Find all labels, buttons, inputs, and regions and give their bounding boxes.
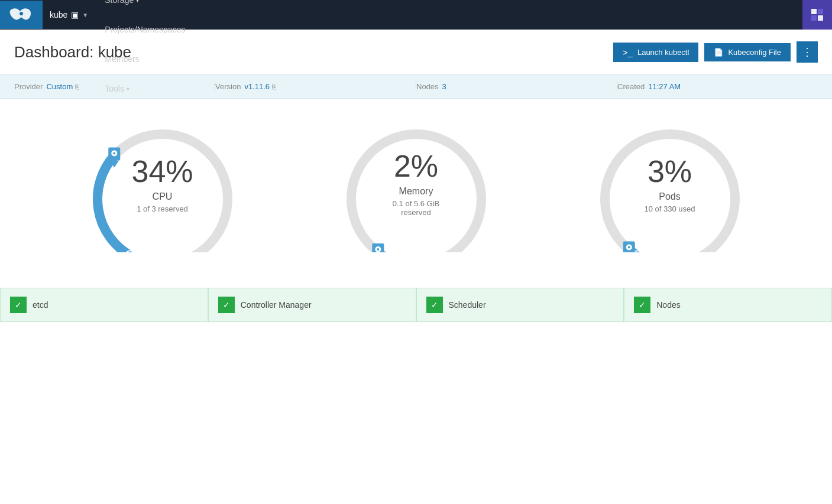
rancher-logo-icon xyxy=(7,5,35,24)
status-bar: ✓ etcd ✓ Controller Manager ✓ Scheduler … xyxy=(0,288,832,322)
nav-right xyxy=(802,0,832,30)
check-icon-controller-manager: ✓ xyxy=(218,297,235,313)
grid-icon[interactable] xyxy=(802,0,832,30)
nodes-info: Nodes 3 xyxy=(416,82,617,91)
gauge-label-cpu: CPU xyxy=(131,191,193,202)
created-value: 11:27 AM xyxy=(648,82,681,91)
check-icon-scheduler: ✓ xyxy=(426,297,443,313)
navbar: kube ▣ ▼ ClusterNodesStorage ▾Projects/N… xyxy=(0,0,832,30)
svg-rect-5 xyxy=(818,15,823,21)
gauge-center-pods: 3% Pods 10 of 330 used xyxy=(644,156,695,213)
status-item-scheduler: ✓ Scheduler xyxy=(416,288,624,322)
copy-provider-icon[interactable]: ⎘ xyxy=(75,83,79,90)
gauge-center-memory: 2% Memory 0.1 of 5.6 GiB reserved xyxy=(378,151,455,217)
kube-label: kube xyxy=(50,10,67,19)
logo xyxy=(0,1,43,29)
gauge-percent-cpu: 34% xyxy=(131,156,193,187)
gauge-sublabel-cpu: 1 of 3 reserved xyxy=(131,204,193,213)
check-icon-nodes: ✓ xyxy=(634,297,650,313)
gauge-svg-wrap-cpu: 34% CPU 1 of 3 reserved xyxy=(86,122,239,252)
chevron-icon: ▾ xyxy=(136,0,139,4)
kube-chevron-icon: ▼ xyxy=(82,12,88,18)
check-icon-etcd: ✓ xyxy=(10,297,27,313)
status-label-scheduler: Scheduler xyxy=(449,300,486,310)
gauge-pods: 3% Pods 10 of 330 used xyxy=(581,122,759,252)
created-info: Created 11:27 AM xyxy=(617,82,818,91)
gauge-sublabel-pods: 10 of 330 used xyxy=(644,204,695,213)
svg-point-15 xyxy=(377,248,379,251)
page-title: Dashboard: kube xyxy=(14,43,131,61)
file-icon: 📄 xyxy=(714,48,723,57)
nodes-value: 3 xyxy=(442,82,446,91)
header-actions: >_ Launch kubectl 📄 Kubeconfig File ⋮ xyxy=(613,41,818,63)
version-value: v1.11.6 ⎘ xyxy=(244,82,276,91)
gauge-percent-pods: 3% xyxy=(644,156,695,187)
apps-grid-icon xyxy=(810,8,824,22)
gauge-percent-memory: 2% xyxy=(378,151,455,181)
status-label-controller-manager: Controller Manager xyxy=(241,300,312,310)
copy-version-icon[interactable]: ⎘ xyxy=(272,83,276,90)
gauge-label-memory: Memory xyxy=(378,186,455,197)
gauge-svg-wrap-pods: 3% Pods 10 of 330 used xyxy=(593,122,747,252)
status-label-nodes: Nodes xyxy=(656,300,680,310)
status-item-etcd: ✓ etcd xyxy=(0,288,208,322)
terminal-icon: >_ xyxy=(623,47,633,57)
svg-rect-2 xyxy=(811,9,817,14)
gauge-cpu: 34% CPU 1 of 3 reserved xyxy=(74,122,251,252)
status-label-etcd: etcd xyxy=(33,300,48,310)
status-item-nodes: ✓ Nodes xyxy=(624,288,832,322)
kubeconfig-button[interactable]: 📄 Kubeconfig File xyxy=(704,43,791,61)
launch-kubectl-button[interactable]: >_ Launch kubectl xyxy=(613,43,699,62)
gauge-svg-wrap-memory: 2% Memory 0.1 of 5.6 GiB reserved xyxy=(339,122,493,252)
gauge-label-pods: Pods xyxy=(644,191,695,202)
svg-point-20 xyxy=(627,246,630,248)
gauge-center-cpu: 34% CPU 1 of 3 reserved xyxy=(131,156,193,213)
nav-item-storage[interactable]: Storage ▾ xyxy=(95,0,195,15)
status-item-controller-manager: ✓ Controller Manager xyxy=(208,288,416,322)
gauges-section: 34% CPU 1 of 3 reserved xyxy=(0,99,832,276)
more-options-button[interactable]: ⋮ xyxy=(797,41,818,63)
kube-icon: ▣ xyxy=(71,10,79,19)
gauge-sublabel-memory: 0.1 of 5.6 GiB reserved xyxy=(378,199,455,217)
gauge-memory: 2% Memory 0.1 of 5.6 GiB reserved xyxy=(328,122,505,252)
svg-point-1 xyxy=(20,12,23,15)
svg-point-10 xyxy=(113,152,115,154)
provider-value: Custom ⎘ xyxy=(46,82,79,91)
kube-selector[interactable]: kube ▣ ▼ xyxy=(43,10,95,19)
nav-item-projects[interactable]: Projects/Namespaces xyxy=(95,15,195,44)
svg-rect-3 xyxy=(818,9,823,14)
svg-rect-4 xyxy=(811,15,817,21)
version-info: Version v1.11.6 ⎘ xyxy=(215,82,416,91)
provider-info: Provider Custom ⎘ xyxy=(14,82,215,91)
